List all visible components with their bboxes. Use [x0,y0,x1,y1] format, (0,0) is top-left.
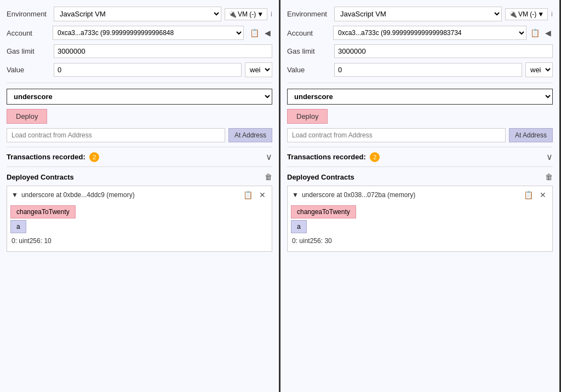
vm-dropdown-icon-right: ▼ [537,10,544,18]
contract-select-row: underscore [7,89,272,105]
method-change-button[interactable]: changeaToTwenty [10,205,76,218]
instance-toggle-button-right[interactable]: ▼ [292,191,299,199]
account-label-right: Account [287,29,331,37]
account-select[interactable]: 0xca3...a733c (99.99999999999996848 [53,26,244,40]
deployed-header-right: Deployed Contracts 🗑 [287,172,553,181]
account-select-right[interactable]: 0xca3...a733c (99.9999999999999983734 [333,26,526,40]
environment-label-right: Environment [287,10,331,18]
deployed-section-right: Deployed Contracts 🗑 ▼ underscore at 0x0… [287,172,553,252]
at-address-button[interactable]: At Address [228,128,272,142]
contract-select-right[interactable]: underscore [287,89,553,105]
transactions-badge: 2 [89,152,99,162]
account-action-button[interactable]: ◀ [263,27,272,38]
contract-instance-header-right: ▼ underscore at 0x038...072ba (memory) 📋… [288,186,552,204]
environment-row: Environment JavaScript VM 🔌 VM (-) ▼ i [7,7,272,21]
vm-badge-right[interactable]: 🔌 VM (-) ▼ [505,8,548,20]
instance-toggle-button[interactable]: ▼ [12,191,18,199]
contract-instance-header: ▼ underscore at 0xbde...4ddc9 (memory) 📋… [7,186,272,204]
value-label: Value [7,66,50,74]
transactions-chevron-right[interactable]: ∨ [546,152,553,162]
contract-methods: changeaToTwenty a 0: uint256: 10 [7,205,272,251]
copy-account-button[interactable]: 📋 [248,27,261,38]
result-row-right: 0: uint256: 30 [288,235,552,249]
vm-icon: 🔌 [228,10,237,18]
gas-limit-input-right[interactable] [334,44,553,58]
vm-badge[interactable]: 🔌 VM (-) ▼ [225,8,267,20]
at-address-button-right[interactable]: At Address [509,128,553,142]
contract-select[interactable]: underscore [7,89,272,105]
vm-dropdown-icon: ▼ [257,10,264,18]
vm-badge-text-right: VM (-) [518,10,536,18]
value-unit-select-right[interactable]: wei [525,62,553,77]
transactions-label-group: Transactions recorded: 2 [7,152,99,162]
trash-button-right[interactable]: 🗑 [545,172,553,181]
copy-contract-button-right[interactable]: 📋 [522,189,535,200]
method-change-button-right[interactable]: changeaToTwenty [291,205,356,218]
copy-account-button-right[interactable]: 📋 [529,27,541,38]
account-action-button-right[interactable]: ◀ [543,27,553,38]
method-a-button[interactable]: a [10,220,26,233]
deploy-row-right: Deploy [287,109,553,128]
info-icon[interactable]: i [271,10,272,18]
environment-label: Environment [7,10,50,18]
transactions-label-right: Transactions recorded: [287,153,366,161]
contract-instance: ▼ underscore at 0xbde...4ddc9 (memory) 📋… [7,186,272,252]
trash-button[interactable]: 🗑 [265,172,272,181]
address-input-right[interactable] [287,128,506,142]
deploy-row: Deploy [7,109,272,128]
transactions-chevron[interactable]: ∨ [266,152,272,162]
value-row-right: Value wei [287,62,553,77]
close-contract-button[interactable]: ✕ [257,189,267,200]
deployed-header: Deployed Contracts 🗑 [7,172,272,181]
deployed-contracts-title: Deployed Contracts [7,173,74,181]
value-unit-select[interactable]: wei [245,62,272,77]
transactions-row-right: Transactions recorded: 2 ∨ [287,147,553,167]
deploy-button[interactable]: Deploy [7,109,47,124]
vm-icon-right: 🔌 [509,10,517,18]
transactions-label-group-right: Transactions recorded: 2 [287,152,380,162]
divider-2 [287,83,553,83]
info-icon-right[interactable]: i [551,10,553,18]
right-panel: Environment JavaScript VM 🔌 VM (-) ▼ i A… [280,0,561,392]
transactions-row: Transactions recorded: 2 ∨ [7,147,272,167]
gas-limit-label: Gas limit [7,47,50,55]
deployed-contracts-title-right: Deployed Contracts [287,173,354,181]
copy-contract-button[interactable]: 📋 [242,189,254,200]
address-input[interactable] [7,128,225,142]
environment-row-right: Environment JavaScript VM 🔌 VM (-) ▼ i [287,7,553,21]
gas-limit-input[interactable] [54,44,272,58]
account-label: Account [7,29,50,37]
contract-instance-name: underscore at 0xbde...4ddc9 (memory) [21,191,238,199]
contract-methods-right: changeaToTwenty a 0: uint256: 30 [288,205,552,251]
deploy-button-right[interactable]: Deploy [287,109,328,124]
gas-limit-label-right: Gas limit [287,47,331,55]
contract-instance-right: ▼ underscore at 0x038...072ba (memory) 📋… [287,186,553,252]
close-contract-button-right[interactable]: ✕ [538,189,548,200]
divider-1 [7,83,272,83]
gas-limit-row-right: Gas limit [287,44,553,58]
gas-limit-row: Gas limit [7,44,272,58]
contract-select-row-right: underscore [287,89,553,105]
account-row-right: Account 0xca3...a733c (99.99999999999999… [287,26,553,40]
address-row: At Address [7,128,272,142]
contract-instance-name-right: underscore at 0x038...072ba (memory) [302,191,519,199]
environment-select[interactable]: JavaScript VM [54,7,221,21]
left-panel: Environment JavaScript VM 🔌 VM (-) ▼ i A… [0,0,280,392]
value-input-right[interactable] [334,63,522,77]
transactions-badge-right: 2 [370,152,380,162]
value-label-right: Value [287,66,331,74]
value-row: Value wei [7,62,272,77]
value-input[interactable] [54,63,242,77]
vm-badge-text: VM (-) [238,10,256,18]
environment-select-right[interactable]: JavaScript VM [334,7,502,21]
result-row: 0: uint256: 10 [7,235,272,249]
address-row-right: At Address [287,128,553,142]
method-a-button-right[interactable]: a [291,220,307,233]
account-row: Account 0xca3...a733c (99.99999999999996… [7,26,272,40]
deployed-section: Deployed Contracts 🗑 ▼ underscore at 0xb… [7,172,272,252]
transactions-label: Transactions recorded: [7,153,85,161]
